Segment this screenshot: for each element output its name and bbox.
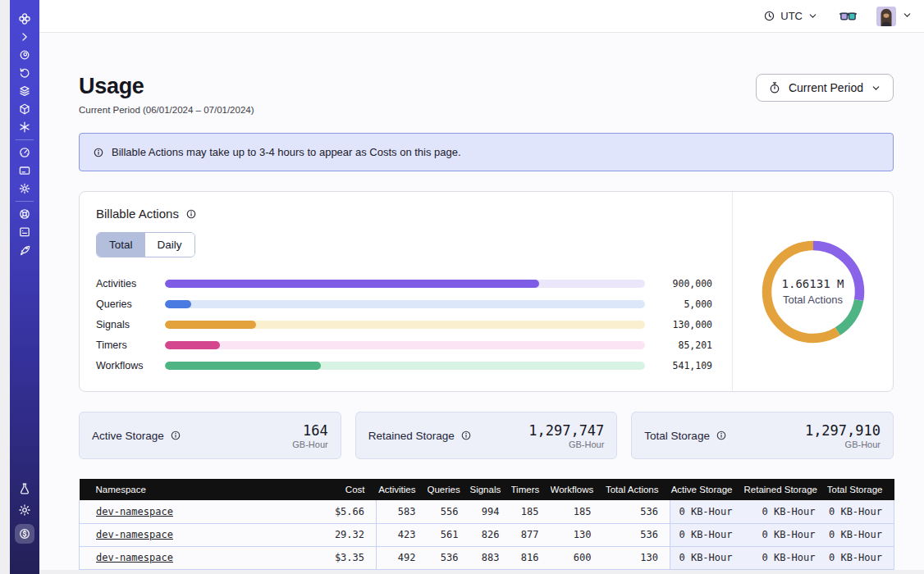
info-icon (93, 147, 104, 158)
column-header-queries: Queries (428, 479, 470, 500)
table-row: dev-namespace$3.354925368838166001300 KB… (80, 546, 894, 569)
table-cell: 423 (377, 523, 428, 546)
table-cell: 185 (551, 500, 603, 523)
namespace-link[interactable]: dev-namespace (96, 552, 173, 563)
storage-card-label: Retained Storage (368, 430, 455, 442)
table-cell: 826 (470, 523, 511, 546)
bar-row: Activities900,000 (96, 277, 712, 289)
namespace-usage-table: NamespaceCostActivitiesQueriesSignalsTim… (79, 479, 894, 570)
namespace-cell[interactable]: dev-namespace (80, 523, 285, 546)
timezone-selector[interactable]: UTC (763, 10, 818, 22)
bar-fill (165, 321, 256, 329)
bar-value: 900,000 (658, 278, 712, 289)
info-icon[interactable] (716, 430, 727, 441)
column-header-activities: Activities (377, 479, 428, 500)
table-cell: 0 KB-Hour (744, 523, 827, 546)
bar-track (165, 280, 645, 288)
cube-button[interactable] (18, 102, 31, 116)
table-cell: 130 (551, 523, 603, 546)
info-icon[interactable] (185, 208, 197, 220)
table-cell: 561 (428, 523, 470, 546)
total-storage-card: Total Storage1,297,910GB-Hour (631, 412, 894, 459)
theme-sun-button[interactable] (18, 503, 31, 517)
bar-label: Workflows (96, 360, 165, 371)
chevron-right-button[interactable] (18, 30, 31, 43)
table-cell: 536 (428, 546, 470, 569)
info-icon[interactable] (170, 430, 181, 441)
table-cell (551, 569, 603, 570)
bar-fill (165, 362, 321, 370)
table-cell: 0 KB-Hour (670, 500, 744, 523)
avatar[interactable] (876, 7, 896, 26)
namespace-link[interactable]: dev-namespace (96, 529, 173, 540)
usage-gauge-button[interactable] (18, 146, 31, 159)
usage-page-content: Usage Current Period (06/01/2024 – 07/01… (39, 74, 924, 570)
table-row-partial (80, 569, 894, 570)
column-header-signals: Signals (470, 479, 511, 500)
bar-track (165, 362, 645, 370)
timezone-label: UTC (780, 10, 803, 22)
period-select-button[interactable]: Current Period (756, 74, 894, 102)
bar-row: Queries5,000 (96, 298, 712, 310)
column-header-timers: Timers (511, 479, 551, 500)
table-cell: 0 KB-Hour (827, 523, 894, 546)
table-cell: 0 KB-Hour (827, 500, 894, 523)
usage-dollar-button[interactable] (15, 524, 34, 544)
tab-total[interactable]: Total (97, 233, 145, 257)
sidebar-bottom-group (15, 478, 34, 544)
settings-gear-button[interactable] (18, 182, 31, 195)
main-panel: UTC Usage Current Period (06/01/2024 – 0… (39, 0, 924, 570)
user-menu[interactable] (876, 7, 913, 26)
active-storage-card: Active Storage164GB-Hour (79, 412, 341, 459)
table-cell (670, 569, 744, 570)
table-cell: 600 (551, 546, 603, 569)
info-icon[interactable] (460, 430, 472, 441)
period-button-label: Current Period (789, 81, 863, 94)
asterisk-button[interactable] (18, 121, 31, 134)
labs-flask-button[interactable] (18, 482, 31, 495)
table-cell (603, 569, 670, 570)
temporal-logo-button[interactable] (18, 12, 31, 25)
donut-total-value: 1.66131 M (782, 277, 844, 290)
namespaces-button[interactable] (18, 48, 31, 61)
column-header-active-storage: Active Storage (670, 479, 744, 500)
table-cell (827, 569, 894, 570)
table-cell: $3.35 (285, 546, 377, 569)
tab-daily[interactable]: Daily (145, 233, 194, 257)
donut-total-label: Total Actions (783, 294, 843, 306)
history-button[interactable] (18, 66, 31, 80)
storage-card-value: 1,297,747 (528, 422, 604, 439)
table-cell: $5.66 (285, 500, 377, 523)
storage-card-label: Total Storage (644, 430, 710, 442)
namespace-cell[interactable]: dev-namespace (80, 500, 285, 523)
table-cell (428, 569, 470, 570)
namespace-link[interactable]: dev-namespace (96, 506, 173, 517)
bar-label: Activities (96, 278, 165, 289)
feedback-panel-button[interactable] (18, 226, 31, 239)
support-lifebuoy-button[interactable] (18, 207, 31, 221)
table-cell: 0 KB-Hour (744, 500, 827, 523)
bar-value: 541,109 (658, 360, 712, 371)
column-header-cost: Cost (285, 479, 377, 500)
table-cell: 492 (377, 546, 428, 569)
table-cell (285, 569, 377, 570)
table-row: dev-namespace29.324235618268771305360 KB… (80, 523, 894, 546)
preview-glasses-icon[interactable] (839, 10, 857, 22)
table-cell (470, 569, 511, 570)
bar-row: Timers85,201 (96, 339, 712, 351)
bar-value: 130,000 (658, 319, 712, 330)
total-actions-donut-panel: 1.66131 M Total Actions (732, 192, 893, 391)
table-cell: 877 (511, 523, 551, 546)
getting-started-rocket-button[interactable] (18, 244, 31, 257)
bar-label: Timers (96, 339, 165, 351)
table-cell (744, 569, 827, 570)
info-banner-text: Billable Actions may take up to 3-4 hour… (112, 146, 461, 158)
billing-card-button[interactable] (18, 164, 31, 177)
layers-button[interactable] (18, 84, 31, 98)
table-cell: 556 (428, 500, 470, 523)
sidebar-divider (16, 201, 34, 202)
column-header-workflows: Workflows (551, 479, 603, 500)
table-header-row: NamespaceCostActivitiesQueriesSignalsTim… (80, 479, 894, 500)
namespace-cell[interactable]: dev-namespace (80, 546, 285, 569)
table-cell: 29.32 (285, 523, 377, 546)
